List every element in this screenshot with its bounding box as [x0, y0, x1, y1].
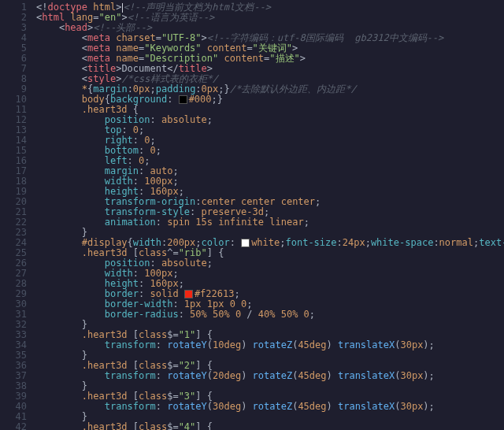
code-area[interactable]: <!doctype html><!--声明当前文档为html文档--><html… [33, 0, 504, 430]
line-number: 42 [0, 422, 27, 430]
code-editor[interactable]: 1234567891011121314151617181920212223242… [0, 0, 504, 430]
line-number-gutter: 1234567891011121314151617181920212223242… [0, 0, 33, 430]
code-line[interactable]: .heart3d [class$="4"] { [36, 422, 504, 430]
code-line[interactable]: border-radius: 50% 50% 0 / 40% 50% 0; [36, 310, 504, 320]
code-line[interactable]: transform: rotateY(10deg) rotateZ(45deg)… [36, 340, 504, 350]
code-line[interactable]: transform: rotateY(30deg) rotateZ(45deg)… [36, 402, 504, 412]
code-line[interactable]: animation: spin 15s infinite linear; [36, 217, 504, 228]
code-line[interactable]: transform: rotateY(20deg) rotateZ(45deg)… [36, 371, 504, 381]
